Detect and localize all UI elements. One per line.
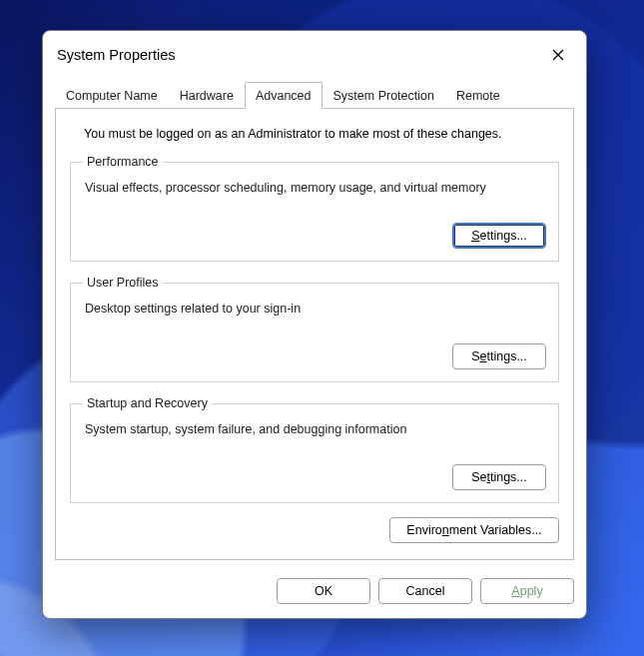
group-startup-recovery: Startup and Recovery System startup, sys… [70,396,559,503]
startup-recovery-settings-button[interactable]: Settings... [452,464,546,490]
admin-notice: You must be logged on as an Administrato… [84,127,555,141]
group-performance-legend: Performance [83,155,163,169]
tab-remote[interactable]: Remote [445,82,511,109]
tab-area: Computer Name Hardware Advanced System P… [43,75,586,109]
tabstrip: Computer Name Hardware Advanced System P… [55,81,574,109]
group-user-profiles-desc: Desktop settings related to your sign-in [85,302,546,316]
system-properties-dialog: System Properties Computer Name Hardware… [42,30,587,619]
tab-system-protection[interactable]: System Protection [322,82,445,109]
performance-settings-button[interactable]: Settings... [452,223,546,249]
apply-button[interactable]: Apply [480,578,574,604]
group-user-profiles-legend: User Profiles [83,276,163,290]
cancel-button[interactable]: Cancel [378,578,472,604]
tab-hardware[interactable]: Hardware [169,82,245,109]
group-startup-recovery-desc: System startup, system failure, and debu… [85,422,546,436]
group-performance: Performance Visual effects, processor sc… [70,155,559,262]
group-startup-recovery-legend: Startup and Recovery [83,396,212,410]
tab-computer-name[interactable]: Computer Name [55,82,169,109]
close-icon [552,49,564,61]
window-title: System Properties [57,47,538,63]
group-performance-desc: Visual effects, processor scheduling, me… [85,181,546,195]
user-profiles-settings-button[interactable]: Settings... [452,343,546,369]
close-button[interactable] [538,41,578,69]
dialog-action-row: OK Cancel Apply [43,560,586,618]
tab-body-advanced: You must be logged on as an Administrato… [55,109,574,560]
environment-variables-button[interactable]: Environment Variables... [389,517,559,543]
ok-button[interactable]: OK [277,578,370,604]
group-user-profiles: User Profiles Desktop settings related t… [70,276,559,382]
tab-advanced[interactable]: Advanced [245,82,322,109]
titlebar: System Properties [43,31,586,75]
